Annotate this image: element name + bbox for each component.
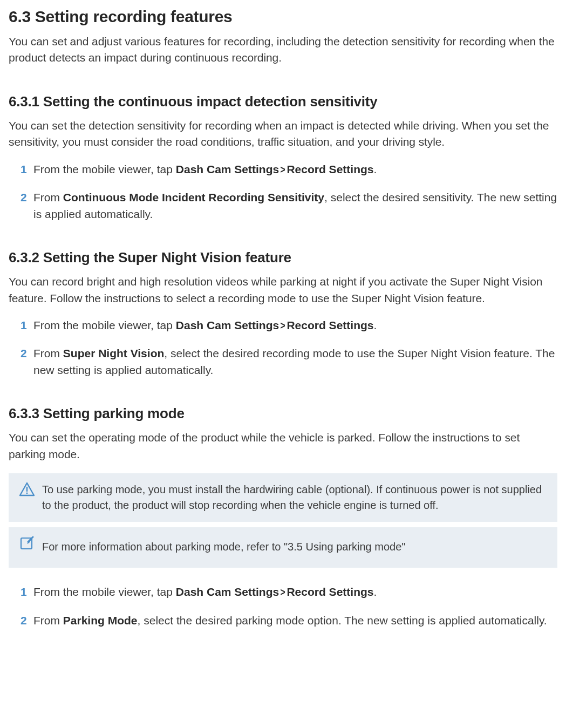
step-number: 1 [21,161,28,178]
step-text-part: From [33,614,63,627]
step-text: From Continuous Mode Incident Recording … [33,189,557,222]
step-text: From the mobile viewer, tap Dash Cam Set… [33,584,557,600]
note-callout: For more information about parking mode,… [9,527,557,568]
step-text-part: , select the desired parking mode option… [138,614,547,627]
step-text-part: From the mobile viewer, tap [33,319,176,331]
step-text-part: From [33,191,63,203]
step-text-part: From the mobile viewer, tap [33,586,176,598]
subsection-heading-3: 6.3.3 Setting parking mode [9,405,557,422]
step-bold: Super Night Vision [63,347,164,359]
subsection-intro-1: You can set the detection sensitivity fo… [9,118,557,151]
warning-callout: To use parking mode, you must install th… [9,473,557,522]
warning-icon [16,482,38,497]
step-row: 1 From the mobile viewer, tap Dash Cam S… [21,584,557,600]
step-text: From the mobile viewer, tap Dash Cam Set… [33,161,557,178]
chevron-right-icon: > [281,317,285,334]
subsection-intro-2: You can record bright and high resolutio… [9,274,557,307]
note-text: For more information about parking mode,… [42,535,548,559]
step-bold: Record Settings [287,319,373,331]
step-bold: Parking Mode [63,614,138,627]
step-number: 1 [21,317,28,334]
step-number: 1 [21,584,28,600]
step-bold: Record Settings [287,163,373,175]
step-bold: Dash Cam Settings [176,163,279,175]
step-text-part: From [33,347,63,359]
step-bold: Dash Cam Settings [176,319,279,331]
section-heading: 6.3 Setting recording features [9,8,557,26]
step-text-part: . [373,319,377,331]
step-number: 2 [21,613,28,629]
step-text-part: From the mobile viewer, tap [33,163,176,175]
chevron-right-icon: > [281,161,285,178]
step-row: 1 From the mobile viewer, tap Dash Cam S… [21,161,557,178]
note-icon [16,536,38,551]
warning-text: To use parking mode, you must install th… [42,481,548,513]
step-row: 2 From Parking Mode, select the desired … [21,613,557,629]
step-row: 2 From Continuous Mode Incident Recordin… [21,189,557,222]
step-text: From the mobile viewer, tap Dash Cam Set… [33,317,557,334]
step-number: 2 [21,189,28,206]
subsection-heading-2: 6.3.2 Setting the Super Night Vision fea… [9,249,557,266]
step-text-part: . [373,163,377,175]
subsection-intro-3: You can set the operating mode of the pr… [9,430,557,462]
step-text: From Super Night Vision, select the desi… [33,345,557,378]
step-text-part: . [373,586,377,598]
chevron-right-icon: > [281,584,285,600]
step-bold: Continuous Mode Incident Recording Sensi… [63,191,324,203]
step-bold: Record Settings [287,586,373,598]
step-row: 2 From Super Night Vision, select the de… [21,345,557,378]
svg-point-1 [26,493,28,494]
subsection-heading-1: 6.3.1 Setting the continuous impact dete… [9,93,557,110]
step-bold: Dash Cam Settings [176,586,279,598]
step-text: From Parking Mode, select the desired pa… [33,613,557,629]
step-row: 1 From the mobile viewer, tap Dash Cam S… [21,317,557,334]
section-intro: You can set and adjust various features … [9,33,557,66]
step-number: 2 [21,345,28,362]
